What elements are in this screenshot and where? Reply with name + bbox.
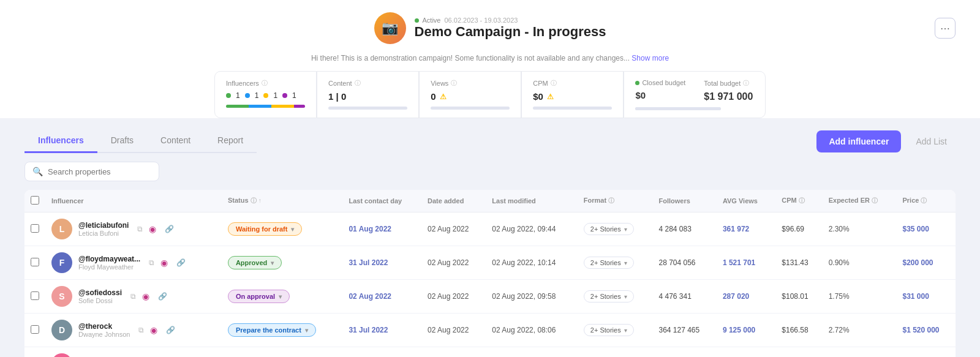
row-expected-er-0: 2.30%	[823, 212, 897, 246]
show-more-link[interactable]: Show more	[631, 54, 669, 62]
campaign-status: Active 06.02.2023 - 19.03.2023	[415, 17, 606, 24]
content-help-icon[interactable]: ⓘ	[355, 79, 361, 88]
format-badge-2[interactable]: 2+ Stories ▾	[584, 290, 634, 303]
influencers-help-icon[interactable]: ⓘ	[262, 79, 268, 88]
row-cpm-4: $77.63	[775, 347, 822, 358]
row-status-0: Waiting for draft ▾	[222, 212, 343, 246]
row-checkbox-1	[24, 246, 45, 280]
cpm-val-3: $166.58	[782, 326, 808, 334]
row-followers-2: 4 476 341	[652, 280, 716, 314]
date-added-val-2: 02 Aug 2022	[428, 292, 469, 301]
row-influencer-4: L @lelepons Lele Pons ⧉ ◉ 🔗	[45, 347, 222, 358]
row-checkbox-input-2[interactable]	[31, 291, 39, 300]
row-status-4: Draft review ▾	[222, 347, 343, 358]
influencer-realname-3: Dwayne Johnson	[78, 331, 130, 338]
price-val-0: $35 000	[902, 225, 929, 233]
status-badge-0[interactable]: Waiting for draft ▾	[228, 222, 303, 236]
content-value: 1 | 0	[328, 91, 346, 102]
tab-content[interactable]: Content	[147, 129, 204, 153]
views-help-icon[interactable]: ⓘ	[451, 79, 457, 88]
influencer-username-1: @floydmayweat...	[78, 255, 140, 263]
status-chevron-3: ▾	[305, 327, 308, 334]
influencer-realname-2: Sofie Dossi	[78, 297, 122, 304]
format-chevron-1: ▾	[624, 260, 627, 266]
link-icon-3[interactable]: 🔗	[166, 326, 175, 334]
instagram-icon-1[interactable]: ◉	[160, 258, 168, 268]
row-last-contact-3: 31 Jul 2022	[342, 314, 421, 347]
row-last-modified-0: 02 Aug 2022, 09:44	[486, 212, 577, 246]
copy-icon-0[interactable]: ⧉	[137, 225, 143, 233]
instagram-icon-3[interactable]: ◉	[150, 325, 157, 335]
total-budget-section: Total budget ⓘ $1 971 000	[704, 79, 753, 102]
row-checkbox-input-1[interactable]	[31, 258, 39, 266]
expected-er-val-0: 2.30%	[829, 225, 850, 233]
status-badge-1[interactable]: Approved ▾	[228, 256, 282, 269]
followers-val-2: 4 476 341	[658, 292, 691, 301]
row-status-2: On approval ▾	[222, 280, 343, 314]
budget-progress-bar	[635, 107, 721, 110]
select-all-checkbox[interactable]	[31, 196, 39, 205]
expected-er-val-3: 2.72%	[829, 326, 850, 334]
copy-icon-1[interactable]: ⧉	[149, 258, 154, 267]
row-cpm-0: $96.69	[775, 212, 822, 246]
more-options-button[interactable]: ⋯	[935, 18, 956, 39]
instagram-icon-2[interactable]: ◉	[142, 291, 149, 301]
copy-icon-3[interactable]: ⧉	[138, 326, 144, 334]
format-badge-3[interactable]: 2+ Stories ▾	[584, 324, 634, 336]
search-input[interactable]	[48, 167, 151, 176]
copy-icon-2[interactable]: ⧉	[130, 292, 136, 301]
link-icon-1[interactable]: 🔗	[176, 258, 186, 267]
cpm-val-0: $96.69	[782, 225, 804, 233]
closed-budget-section: Closed budget $0	[635, 79, 685, 102]
views-warn-icon: ⚠	[440, 92, 447, 101]
status-chevron-2: ▾	[279, 293, 282, 300]
views-progress-bar	[431, 107, 510, 110]
row-checkbox-input-3[interactable]	[31, 325, 39, 334]
add-influencer-button[interactable]: Add influencer	[816, 130, 901, 152]
row-expected-er-2: 1.75%	[823, 280, 897, 314]
row-expected-er-1: 0.90%	[823, 246, 897, 280]
influencer-dots: 1 1 1 1	[226, 91, 305, 100]
row-avg-views-0: 361 972	[717, 212, 775, 246]
followers-val-0: 4 284 083	[658, 225, 691, 233]
row-checkbox-input-0[interactable]	[31, 224, 39, 233]
format-chevron-0: ▾	[624, 226, 627, 233]
row-format-2: 2+ Stories ▾	[578, 280, 653, 314]
row-expected-er-4: 1.95%	[823, 347, 897, 358]
format-badge-1[interactable]: 2+ Stories ▾	[584, 257, 634, 269]
row-cpm-1: $131.43	[775, 246, 822, 280]
link-icon-0[interactable]: 🔗	[165, 225, 174, 233]
link-icon-2[interactable]: 🔗	[158, 292, 167, 301]
col-cpm: CPM ⓘ	[775, 190, 822, 212]
tabs-section: Influencers Drafts Content Report Add in…	[0, 118, 980, 153]
last-contact-date-1[interactable]: 31 Jul 2022	[349, 258, 388, 267]
total-budget-value: $1 971 000	[704, 91, 753, 102]
influencer-username-3: @therock	[78, 322, 130, 331]
row-last-modified-1: 02 Aug 2022, 10:14	[486, 246, 577, 280]
progress-purple	[294, 105, 305, 108]
status-badge-3[interactable]: Prepare the contract ▾	[228, 323, 316, 337]
tab-drafts[interactable]: Drafts	[97, 129, 147, 153]
instagram-icon-0[interactable]: ◉	[149, 224, 156, 234]
last-contact-date-2[interactable]: 02 Aug 2022	[349, 292, 391, 301]
cpm-help-icon[interactable]: ⓘ	[551, 79, 557, 88]
table-row: D @therock Dwayne Johnson ⧉ ◉ 🔗 Prepare …	[24, 314, 956, 347]
followers-val-3: 364 127 465	[658, 326, 699, 334]
last-contact-date-0[interactable]: 01 Aug 2022	[349, 225, 391, 233]
total-budget-help-icon[interactable]: ⓘ	[743, 79, 749, 88]
row-cpm-2: $108.01	[775, 280, 822, 314]
last-modified-val-3: 02 Aug 2022, 08:06	[492, 326, 556, 334]
tab-influencers[interactable]: Influencers	[24, 129, 97, 153]
add-list-button[interactable]: Add List	[907, 130, 956, 152]
cpm-warn-icon: ⚠	[547, 92, 554, 101]
row-date-added-3: 02 Aug 2022	[421, 314, 486, 347]
row-checkbox-3	[24, 314, 45, 347]
format-badge-0[interactable]: 2+ Stories ▾	[584, 223, 634, 235]
stat-influencers: Influencers ⓘ 1 1 1 1	[214, 71, 317, 118]
dot-blue-1	[245, 93, 250, 98]
status-badge-2[interactable]: On approval ▾	[228, 290, 290, 303]
stat-views: Views ⓘ 0 ⚠	[419, 71, 521, 118]
tab-report[interactable]: Report	[204, 129, 257, 153]
last-contact-date-3[interactable]: 31 Jul 2022	[349, 326, 388, 334]
row-date-added-1: 02 Aug 2022	[421, 246, 486, 280]
